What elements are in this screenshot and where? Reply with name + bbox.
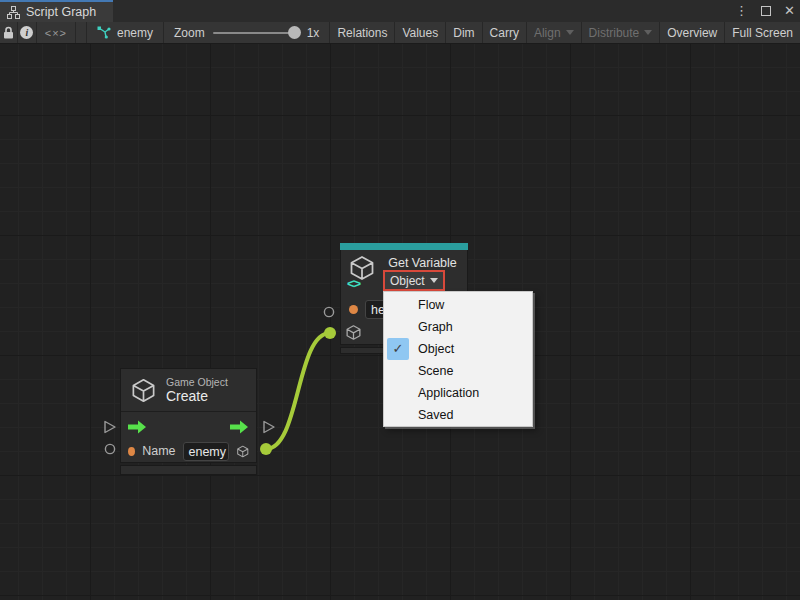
string-port-icon[interactable] [349,305,358,314]
node-accent-bar [340,243,468,250]
lock-icon [3,26,14,39]
zoom-label: Zoom [174,26,205,40]
close-icon[interactable]: ✕ [784,0,795,22]
zoom-slider[interactable] [213,32,299,34]
chevron-down-icon [566,30,574,35]
name-param-row: Name enemy [121,439,256,463]
variable-scope-menu: Flow Graph ✓ Object Scene Application Sa… [383,291,533,427]
carry-button[interactable]: Carry [482,22,526,43]
script-graph-window: Script Graph ⋮ ✕ i <×> [0,0,800,600]
create-flow-out-port[interactable] [261,419,277,435]
create-node-footer [120,465,257,475]
chevron-down-icon [430,278,438,283]
menu-item-application[interactable]: Application [384,382,532,404]
graph-breadcrumb[interactable]: enemy [87,22,164,43]
clear-graph-button[interactable]: <×> [37,22,77,43]
tab-title: Script Graph [26,5,96,19]
overview-button[interactable]: Overview [659,22,724,43]
object-port-cube-icon[interactable] [345,324,362,341]
graph-toolbar: i <×> enemy Zoom 1x Relations Values Dim… [0,22,800,44]
chevron-down-icon [644,30,652,35]
align-button: Align [526,22,581,43]
values-button[interactable]: Values [394,22,445,43]
param-label: Name [142,444,175,458]
create-value-in-port[interactable] [104,443,116,455]
graph-pointer-icon [97,26,111,39]
zoom-control: Zoom 1x [164,22,329,43]
distribute-button: Distribute [581,22,660,43]
info-icon: i [20,26,33,39]
create-node-header: Game Object Create [121,369,256,412]
menu-item-saved[interactable]: Saved [384,404,532,426]
get-variable-object-port-connected[interactable] [324,327,336,339]
zoom-value: 1x [307,26,320,40]
breadcrumb-label: enemy [117,26,153,40]
graph-tab-icon [7,6,20,19]
variable-scope-dropdown[interactable]: Object [383,270,445,291]
maximize-icon[interactable] [761,6,771,16]
game-object-cube-icon [130,377,157,404]
game-object-cube-icon: <> [348,254,378,288]
selected-check-icon: ✓ [387,338,409,360]
relations-button[interactable]: Relations [329,22,394,43]
window-controls: ⋮ ✕ [735,0,795,22]
toolbar-gap [76,22,87,43]
code-icon: <×> [45,27,67,39]
create-game-object-node[interactable]: Game Object Create Name enemy [120,368,257,463]
lock-button[interactable] [0,22,18,43]
flow-in-arrow-icon[interactable] [128,420,147,434]
menu-item-scene[interactable]: Scene [384,360,532,382]
get-variable-name-port[interactable] [323,306,335,318]
output-cube-icon[interactable] [236,443,250,460]
menu-item-flow[interactable]: Flow [384,294,532,316]
create-flow-in-port[interactable] [102,419,118,435]
tab-script-graph[interactable]: Script Graph [0,0,113,22]
zoom-slider-handle[interactable] [288,26,301,39]
name-value-input[interactable]: enemy [183,442,229,461]
flow-out-arrow-icon[interactable] [230,420,249,434]
title-bar: Script Graph ⋮ ✕ [0,0,800,22]
node-category: Game Object [166,376,228,388]
code-angles-icon: <> [347,276,360,291]
menu-item-graph[interactable]: Graph [384,316,532,338]
string-port-icon[interactable] [128,447,135,456]
info-button[interactable]: i [18,22,37,43]
window-menu-icon[interactable]: ⋮ [735,0,748,22]
node-title: Create [166,388,228,404]
fullscreen-button[interactable]: Full Screen [724,22,800,43]
flow-port-row [121,414,256,439]
create-output-port-connected[interactable] [260,443,272,455]
dim-button[interactable]: Dim [445,22,481,43]
menu-item-object[interactable]: ✓ Object [384,338,532,360]
